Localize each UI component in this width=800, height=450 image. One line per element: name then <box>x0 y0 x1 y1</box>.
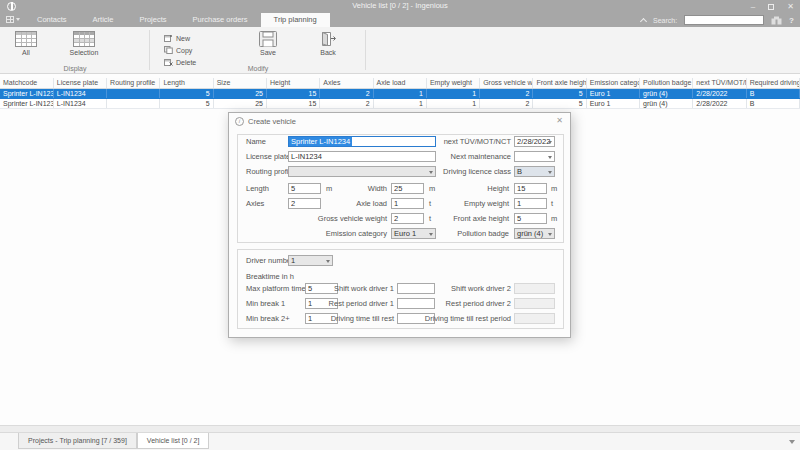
driving-licence-class-field[interactable]: B <box>514 166 555 177</box>
col-size[interactable]: Size <box>213 78 266 88</box>
titlebar: Vehicle list [0 / 2] - Ingenious – ✕ <box>0 0 800 13</box>
height-label: Height <box>451 183 509 194</box>
rest-period-driver-2-label: Rest period driver 2 <box>409 298 511 309</box>
name-label: Name <box>246 136 266 147</box>
height-field[interactable] <box>514 183 547 194</box>
shift-work-driver-2-field <box>514 283 555 294</box>
col-front-axle-height[interactable]: Front axle height <box>533 78 586 88</box>
length-label: Length <box>246 183 269 194</box>
routing-profile-field[interactable] <box>288 166 436 177</box>
driver-number-field[interactable]: 1 <box>288 255 333 266</box>
selection-button[interactable]: Selection <box>58 31 110 56</box>
back-icon <box>319 31 337 47</box>
axles-label: Axles <box>246 198 264 209</box>
tab-contacts[interactable]: Contacts <box>24 13 80 27</box>
copy-icon <box>164 46 173 54</box>
empty-weight-unit: t <box>551 198 553 209</box>
front-axle-height-label: Front axle height <box>441 213 509 224</box>
license-plate-field[interactable] <box>288 151 436 162</box>
axles-field[interactable] <box>288 198 321 209</box>
col-height[interactable]: Height <box>266 78 319 88</box>
min-break-2-label: Min break 2+ <box>246 313 290 324</box>
vehicle-grid: Matchcode License plate Routing profile … <box>0 78 800 109</box>
empty-weight-field[interactable] <box>514 198 547 209</box>
table-row[interactable]: Sprinter L-IN1234 L-IN1234 5 25 15 2 1 1… <box>0 88 800 98</box>
document-tabs: Projects - Trip planning [7 / 359] Vehic… <box>0 432 800 450</box>
dialog-titlebar: i Create vehicle <box>229 113 570 129</box>
doc-tab-vehicle-list[interactable]: Vehicle list [0 / 2] <box>137 433 210 449</box>
search-options-icon[interactable] <box>771 16 782 25</box>
col-matchcode[interactable]: Matchcode <box>0 78 53 88</box>
col-gross-vehicle-weight[interactable]: Gross vehicle weight <box>480 78 533 88</box>
gross-vehicle-weight-field[interactable] <box>391 213 424 224</box>
tab-article[interactable]: Article <box>80 13 127 27</box>
table-icon <box>15 31 37 47</box>
pollution-badge-field[interactable]: grün (4) <box>514 228 555 239</box>
axle-load-field[interactable] <box>391 198 424 209</box>
bottom-strip <box>0 425 800 432</box>
ribbon: All Selection Display New <box>0 27 800 74</box>
tab-list-dropdown-icon[interactable] <box>789 440 795 444</box>
col-routing-profile[interactable]: Routing profile <box>107 78 160 88</box>
width-field[interactable] <box>391 183 424 194</box>
col-pollution-badge[interactable]: Pollution badge <box>640 78 693 88</box>
back-button[interactable]: Back <box>308 31 348 56</box>
height-unit: m <box>551 183 557 194</box>
next-tuv-field[interactable]: 2/28/2022 <box>514 136 555 147</box>
next-maintenance-label: Next maintenance <box>422 151 511 162</box>
width-label: Width <box>329 183 387 194</box>
length-field[interactable] <box>288 183 321 194</box>
front-axle-height-unit: m <box>551 213 557 224</box>
empty-weight-label: Empty weight <box>451 198 509 209</box>
app-logo-icon <box>7 2 16 11</box>
collapse-ribbon-icon[interactable] <box>640 17 647 24</box>
driving-time-till-rest-label: Driving time till rest <box>324 313 394 324</box>
col-emission-category[interactable]: Emission category <box>586 78 639 88</box>
grid-header-row: Matchcode License plate Routing profile … <box>0 78 800 88</box>
col-next-tuv[interactable]: next TÜV/MOT/NCT <box>693 78 746 88</box>
col-empty-weight[interactable]: Empty weight <box>426 78 479 88</box>
next-tuv-label: next TÜV/MOT/NCT <box>422 136 511 147</box>
next-maintenance-field[interactable] <box>514 151 555 162</box>
save-button[interactable]: Save <box>248 31 288 56</box>
ribbon-tab-row: Contacts Article Projects Purchase order… <box>0 13 800 27</box>
ribbon-group-display: All Selection Display <box>0 27 150 73</box>
col-axles[interactable]: Axles <box>320 78 373 88</box>
col-license-plate[interactable]: License plate <box>53 78 106 88</box>
tab-purchase-orders[interactable]: Purchase orders <box>180 13 261 27</box>
pollution-badge-label: Pollution badge <box>441 228 509 239</box>
maximize-icon[interactable] <box>768 4 774 10</box>
driving-licence-class-label: Driving licence class <box>422 166 511 177</box>
col-length[interactable]: Length <box>160 78 213 88</box>
group-label-display: Display <box>0 65 150 72</box>
col-axle-load[interactable]: Axle load <box>373 78 426 88</box>
axle-load-unit: t <box>429 198 431 209</box>
name-field[interactable]: Sprinter L-IN1234 <box>288 136 436 147</box>
help-icon[interactable]: ? <box>789 16 794 25</box>
front-axle-height-field[interactable] <box>514 213 547 224</box>
shift-work-driver-1-label: Shift work driver 1 <box>324 283 394 294</box>
close-icon[interactable]: ✕ <box>787 2 794 11</box>
app-menu-icon[interactable] <box>6 16 20 23</box>
tab-trip-planning[interactable]: Trip planning <box>261 13 330 27</box>
dialog-close-icon[interactable]: ✕ <box>556 117 563 125</box>
info-icon: i <box>235 117 244 126</box>
all-button[interactable]: All <box>4 31 48 56</box>
tab-projects[interactable]: Projects <box>126 13 179 27</box>
rest-period-driver-2-field <box>514 298 555 309</box>
copy-button[interactable]: Copy <box>164 44 196 56</box>
driver-number-label: Driver number <box>246 255 294 266</box>
minimize-icon[interactable]: – <box>751 2 755 11</box>
search-input[interactable] <box>684 15 764 25</box>
new-button[interactable]: New <box>164 32 196 44</box>
col-required-driving-licence[interactable]: Required driving lice... <box>746 78 799 88</box>
doc-tab-trip-planning[interactable]: Projects - Trip planning [7 / 359] <box>18 433 137 449</box>
license-plate-label: License plate <box>246 151 290 162</box>
emission-category-label: Emission category <box>309 228 387 239</box>
ribbon-group-modify: New Copy Delete Save <box>150 27 366 73</box>
emission-category-field[interactable]: Euro 1 <box>391 228 436 239</box>
rest-period-driver-1-label: Rest period driver 1 <box>324 298 394 309</box>
window-title: Vehicle list [0 / 2] - Ingenious <box>352 1 447 10</box>
table-row[interactable]: Sprinter L-IN1233 L-IN1234 5 25 15 2 1 1… <box>0 98 800 108</box>
app-window: Vehicle list [0 / 2] - Ingenious – ✕ Con… <box>0 0 800 450</box>
